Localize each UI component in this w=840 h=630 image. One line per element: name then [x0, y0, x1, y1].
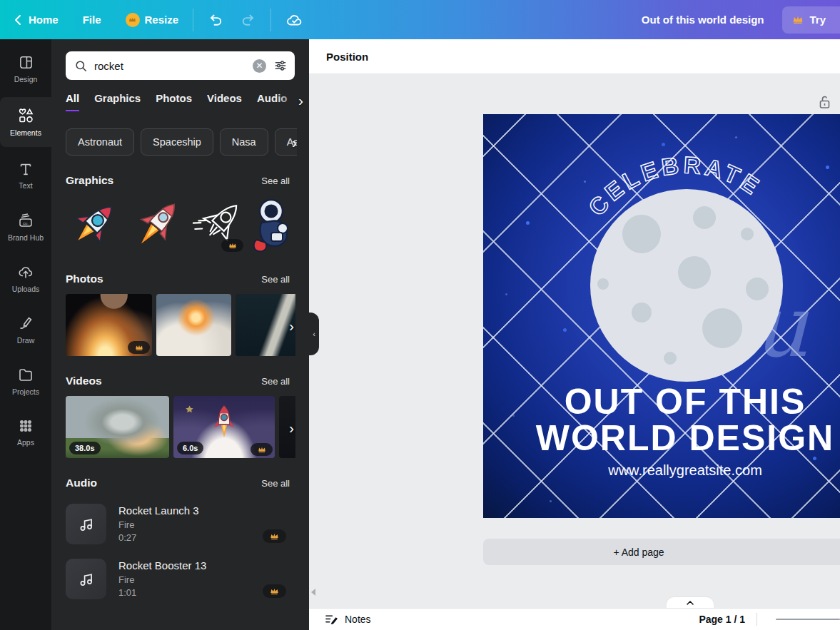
music-note-icon [78, 516, 95, 533]
main-area: Position u CELEBRATE [309, 39, 840, 630]
redo-icon[interactable] [240, 11, 256, 28]
videos-section-header: Videos See all [66, 375, 290, 387]
scroll-left-icon[interactable] [311, 589, 315, 596]
zoom-slider[interactable] [776, 619, 840, 620]
design-page[interactable]: u CELEBRATE OUT OF THIS WORLD DESIGN [483, 114, 840, 518]
section-title: Videos [66, 375, 102, 387]
home-button[interactable]: Home [29, 14, 59, 26]
sidebar-item-uploads[interactable]: Uploads [0, 255, 51, 301]
sidebar-item-text[interactable]: Text [0, 153, 51, 198]
graphic-astronaut[interactable] [250, 195, 295, 254]
clear-search-icon[interactable]: ✕ [253, 59, 266, 73]
audio-section-header: Audio See all [66, 477, 290, 489]
pro-crown-badge [221, 239, 243, 252]
photos-section-header: Photos See all [66, 273, 290, 285]
audio-duration: 1:01 [118, 587, 206, 598]
design-title[interactable]: Out of this world design [642, 14, 764, 26]
design-icon [18, 54, 34, 71]
chip-spaceship[interactable]: Spaceship [141, 128, 213, 156]
videos-scroll-right-icon[interactable]: › [289, 420, 294, 435]
sidebar-item-elements[interactable]: Elements [0, 97, 51, 147]
try-pro-button[interactable]: Try [782, 6, 840, 34]
photos-scroll-right-icon[interactable]: › [289, 317, 294, 332]
apps-icon [18, 418, 34, 434]
svg-text:co.: co. [23, 221, 29, 225]
graphics-section-header: Graphics See all [66, 174, 290, 187]
photos-see-all-link[interactable]: See all [261, 274, 290, 285]
undo-icon[interactable] [208, 11, 224, 28]
text-icon [18, 161, 34, 177]
graphics-see-all-link[interactable]: See all [261, 176, 290, 186]
tab-photos[interactable]: Photos [156, 92, 192, 110]
bottom-bar: Notes Page 1 / 1 [309, 608, 840, 630]
videos-row: 38.0s 6.0s › [66, 396, 295, 458]
audio-title: Rocket Launch 3 [118, 504, 199, 517]
audio-item-rocket-launch-3[interactable]: Rocket Launch 3 Fire 0:27 [66, 504, 295, 544]
chip-astronaut[interactable]: Astronaut [66, 128, 134, 156]
video-rocket-launch[interactable]: 38.0s [66, 396, 169, 458]
duration-badge: 6.0s [177, 442, 203, 454]
photo-rocket-sky[interactable] [236, 294, 295, 356]
graphic-rocket-cartoon[interactable] [66, 195, 123, 254]
elements-icon [17, 107, 34, 124]
pro-crown-badge [263, 529, 286, 543]
audio-meta: Rocket Booster 13 Fire 1:01 [118, 559, 206, 599]
tab-audio[interactable]: Audio [257, 92, 288, 110]
duration-badge: 38.0s [69, 442, 101, 454]
elements-panel: ✕ All Graphics Photos Videos Audio › Ast… [51, 39, 309, 630]
projects-icon [17, 366, 34, 383]
search-input[interactable] [94, 60, 253, 72]
headline-line-1: OUT OF THIS [483, 384, 840, 420]
sidebar-item-projects[interactable]: Projects [0, 358, 51, 404]
add-page-button[interactable]: + Add page [483, 539, 840, 565]
page-indicator[interactable]: Page 1 / 1 [699, 614, 745, 625]
audio-see-all-link[interactable]: See all [261, 478, 290, 489]
sidebar-item-apps[interactable]: Apps [0, 410, 51, 455]
audio-title: Rocket Booster 13 [118, 559, 206, 571]
tab-videos[interactable]: Videos [207, 92, 242, 110]
photo-rocket-launch-night[interactable] [66, 294, 152, 356]
sidebar-item-design[interactable]: Design [0, 46, 51, 91]
videos-see-all-link[interactable]: See all [261, 376, 290, 387]
audio-thumbnail [66, 504, 106, 544]
audio-artist: Fire [118, 519, 199, 530]
tab-graphics[interactable]: Graphics [94, 92, 141, 110]
top-bar-right: Out of this world design Try [642, 6, 840, 34]
position-button[interactable]: Position [319, 46, 375, 67]
back-icon[interactable] [11, 12, 26, 28]
sidebar-item-draw[interactable]: Draw [0, 307, 51, 352]
file-menu-button[interactable]: File [83, 14, 101, 26]
chip-nasa[interactable]: Nasa [220, 128, 268, 156]
photo-rocket-launch-clouds[interactable] [156, 294, 231, 356]
website-text[interactable]: www.reallygreatsite.com [483, 462, 840, 479]
side-rail: Design Elements Text co. Brand Hub Uploa… [0, 39, 51, 630]
photos-row: › [66, 294, 295, 356]
section-title: Audio [66, 477, 97, 489]
arched-celebrate-text[interactable]: CELEBRATE [483, 114, 840, 271]
headline-text[interactable]: OUT OF THIS WORLD DESIGN [483, 384, 840, 457]
resize-button[interactable]: Resize [126, 13, 179, 27]
graphic-rocket-outline[interactable] [193, 195, 246, 254]
context-toolbar: Position [309, 39, 840, 74]
sidebar-item-brand-hub[interactable]: co. Brand Hub [0, 204, 51, 250]
audio-item-rocket-booster-13[interactable]: Rocket Booster 13 Fire 1:01 [66, 559, 295, 599]
graphic-rocket-red[interactable] [127, 195, 188, 254]
unlock-icon[interactable] [819, 95, 831, 112]
notes-button[interactable]: Notes [325, 614, 371, 626]
headline-line-2: WORLD DESIGN [483, 420, 840, 457]
tab-all[interactable]: All [66, 92, 79, 111]
audio-duration: 0:27 [118, 532, 199, 543]
pro-crown-badge [263, 584, 286, 598]
uploads-icon [17, 263, 34, 280]
panel-collapse-handle[interactable]: ‹ [309, 313, 319, 355]
cloud-save-icon[interactable] [285, 11, 304, 29]
section-title: Photos [66, 273, 103, 285]
audio-meta: Rocket Launch 3 Fire 0:27 [118, 504, 199, 544]
video-rocket-cartoon[interactable]: 6.0s [173, 396, 275, 458]
chips-scroll-right-icon[interactable]: › [292, 135, 297, 150]
canvas-area: u CELEBRATE OUT OF THIS WORLD DESIGN [309, 74, 840, 608]
filter-icon[interactable] [273, 59, 288, 73]
divider [270, 9, 271, 31]
expand-pages-tab[interactable] [667, 597, 714, 608]
tabs-scroll-right-icon[interactable]: › [298, 93, 303, 108]
